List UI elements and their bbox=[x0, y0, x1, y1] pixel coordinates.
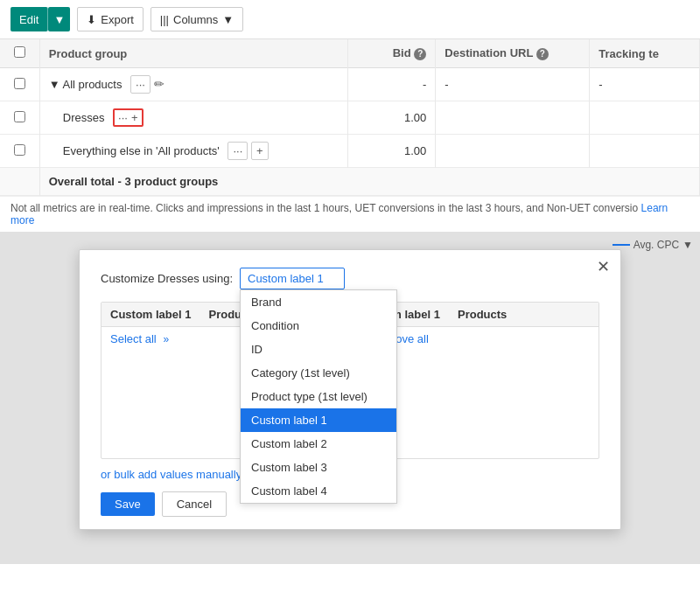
product-group-cell: Everything else in 'All products' ··· + bbox=[39, 135, 347, 168]
right-panel-products: Products bbox=[458, 308, 507, 321]
everything-else-tracking-cell bbox=[590, 135, 700, 168]
customize-row: Customize Dresses using: Custom label 1 … bbox=[101, 268, 599, 289]
everything-else-plus-button[interactable]: + bbox=[251, 142, 269, 160]
avg-cpc-arrow: ▼ bbox=[682, 239, 693, 251]
dropdown-item-custom2[interactable]: Custom label 2 bbox=[241, 432, 396, 456]
table-row: ▼ All products ··· ✏ - - - bbox=[0, 68, 700, 101]
select-all-checkbox[interactable] bbox=[14, 46, 25, 58]
all-products-edit-icon[interactable]: ✏ bbox=[154, 77, 164, 91]
dropdown-item-custom1[interactable]: Custom label 1 bbox=[241, 408, 396, 432]
edit-dropdown-arrow[interactable]: ▼ bbox=[48, 7, 70, 31]
table-row: Everything else in 'All products' ··· + … bbox=[0, 135, 700, 168]
table-row: Dresses ··· + 1.00 bbox=[0, 101, 700, 135]
total-label-cell: Overall total - 3 product groups bbox=[39, 168, 699, 196]
export-icon: ⬇ bbox=[87, 13, 96, 26]
dest-url-help-icon[interactable]: ? bbox=[536, 48, 549, 60]
select-all-link[interactable]: Select all bbox=[110, 332, 157, 345]
columns-button[interactable]: ||| Columns ▼ bbox=[150, 7, 243, 31]
left-panel-title: Custom label 1 bbox=[110, 308, 191, 321]
everything-else-dots-button[interactable]: ··· bbox=[228, 142, 248, 160]
customize-modal: ✕ Customize Dresses using: Custom label … bbox=[79, 249, 621, 530]
inline-actions: ··· + bbox=[113, 111, 143, 124]
product-group-cell: ▼ All products ··· ✏ bbox=[39, 68, 347, 101]
dropdown-item-id[interactable]: ID bbox=[241, 338, 396, 361]
inline-actions: ··· ✏ bbox=[130, 78, 164, 91]
cancel-button[interactable]: Cancel bbox=[162, 491, 227, 517]
select-all-chevron: » bbox=[163, 333, 169, 345]
dresses-tracking-cell bbox=[590, 101, 700, 135]
columns-icon: ||| bbox=[160, 13, 169, 26]
all-products-tracking-cell: - bbox=[590, 68, 700, 101]
row-checkbox-cell[interactable] bbox=[0, 68, 39, 101]
dropdown-item-category[interactable]: Category (1st level) bbox=[241, 361, 396, 385]
row-checkbox[interactable] bbox=[14, 78, 25, 89]
row-checkbox-cell[interactable] bbox=[0, 101, 39, 135]
avg-cpc-line bbox=[612, 244, 630, 246]
tracking-header: Tracking te bbox=[590, 39, 700, 68]
everything-else-bid-cell: 1.00 bbox=[347, 135, 436, 168]
dresses-dest-cell bbox=[436, 101, 590, 135]
total-row: Overall total - 3 product groups bbox=[0, 168, 700, 196]
toolbar: Edit ▼ ⬇ Export ||| Columns ▼ bbox=[0, 0, 700, 39]
everything-else-label: Everything else in 'All products' bbox=[63, 144, 220, 157]
export-button[interactable]: ⬇ Export bbox=[77, 7, 144, 31]
columns-label: Columns bbox=[173, 13, 218, 26]
bid-help-icon[interactable]: ? bbox=[414, 48, 426, 60]
select-all-header[interactable] bbox=[0, 39, 39, 68]
dropdown-item-custom3[interactable]: Custom label 3 bbox=[241, 456, 396, 479]
overlay-backdrop: Avg. CPC ▼ ✕ Customize Dresses using: Cu… bbox=[0, 232, 700, 564]
dresses-bid-cell: 1.00 bbox=[347, 101, 436, 135]
row-checkbox[interactable] bbox=[14, 111, 25, 122]
dropdown-item-custom4[interactable]: Custom label 4 bbox=[241, 479, 396, 503]
customize-label: Customize Dresses using: bbox=[101, 272, 233, 285]
dropdown-item-condition[interactable]: Condition bbox=[241, 314, 396, 338]
info-text: Not all metrics are in real-time. Clicks… bbox=[10, 202, 638, 214]
customize-dropdown[interactable]: Custom label 1 bbox=[240, 268, 345, 289]
all-products-label: ▼ All products bbox=[49, 78, 122, 91]
total-check-cell bbox=[0, 168, 39, 196]
columns-arrow-icon: ▼ bbox=[222, 13, 234, 26]
info-bar: Not all metrics are in real-time. Clicks… bbox=[0, 196, 700, 232]
dresses-label: Dresses bbox=[63, 111, 105, 124]
dresses-dots-button[interactable]: ··· bbox=[118, 111, 128, 124]
product-group-cell: Dresses ··· + bbox=[39, 101, 347, 135]
bid-header: Bid ? bbox=[347, 39, 436, 68]
dropdown-container: Custom label 1 Brand Condition ID Catego… bbox=[240, 268, 345, 289]
dropdown-menu: Brand Condition ID Category (1st level) … bbox=[240, 289, 397, 504]
dropdown-item-product-type[interactable]: Product type (1st level) bbox=[241, 385, 396, 408]
all-products-dots-button[interactable]: ··· bbox=[130, 75, 150, 94]
everything-else-dest-cell bbox=[436, 135, 590, 168]
all-products-bid-cell: - bbox=[347, 68, 436, 101]
bulk-add-link[interactable]: or bulk add values manually bbox=[101, 468, 242, 481]
avg-cpc-legend: Avg. CPC ▼ bbox=[612, 239, 693, 251]
all-products-dest-cell: - bbox=[436, 68, 590, 101]
export-label: Export bbox=[101, 13, 134, 26]
avg-cpc-text: Avg. CPC bbox=[634, 239, 679, 251]
dropdown-item-brand[interactable]: Brand bbox=[241, 290, 396, 314]
save-button[interactable]: Save bbox=[101, 492, 155, 516]
row-checkbox-cell[interactable] bbox=[0, 135, 39, 168]
product-group-table: Product group Bid ? Destination URL ? Tr… bbox=[0, 39, 700, 196]
dresses-plus-button[interactable]: + bbox=[131, 111, 138, 124]
product-group-header: Product group bbox=[39, 39, 347, 68]
edit-button[interactable]: Edit bbox=[10, 7, 48, 31]
destination-url-header: Destination URL ? bbox=[436, 39, 590, 68]
row-checkbox[interactable] bbox=[14, 144, 25, 156]
